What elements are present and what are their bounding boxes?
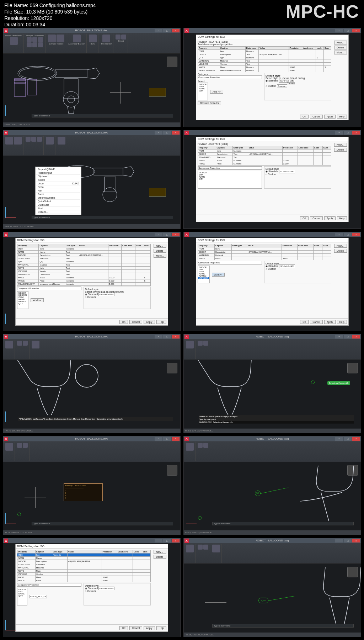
thumb-1: AROBOT_BALLOONS.dwg−□× Power Dimension M… [3, 28, 181, 127]
balloon-marker[interactable] [311, 381, 315, 384]
annotation-block: Assembly REV A - 2012───────────────1234 [64, 483, 103, 501]
svg-point-14 [75, 364, 98, 387]
apply-button[interactable]: Apply [324, 115, 336, 119]
selected-item: VENDOR [198, 277, 209, 279]
thumb-10: AROBOT_BALLOONS.dwg−□× 51 Type a command… [183, 436, 361, 535]
context-menu[interactable]: Repeat QSAVE Recent Input Clipboard Isol… [35, 167, 81, 215]
thumb-3: AROBOT_BALLOONS.dwg−□× Repeat QSAVE Rece… [3, 130, 181, 229]
minimize-button[interactable]: − [155, 29, 162, 32]
svg-rect-9 [27, 79, 37, 95]
thumb-2: A−□× BOM Settings for ISO Revision - ISO… [183, 28, 361, 127]
thumb-8: AROBOT_BALLOONS.dwg−□× Select part/assem… [183, 334, 361, 433]
ribbon: Power Dimension Multiple Dimension Surfa… [3, 33, 180, 54]
thumb-7: AROBOT_BALLOONS.dwg−□× AMBALLOON [auTo a… [3, 334, 181, 433]
thumb-4: A−□× BOM Settings for ISO Revision - ISO… [183, 130, 361, 229]
command-line[interactable]: AMBALLOON [auTo autoAll set Bom Collect … [18, 417, 173, 421]
file-size: File Size: 10,3 MB (10 809 539 bytes) [4, 9, 96, 15]
thumb-6: A−□× BOM Settings for ISO PropertyCaptio… [183, 232, 361, 331]
close-button[interactable]: × [172, 29, 180, 32]
balloon-51[interactable]: 51 [255, 491, 261, 496]
tooltip: Select part/assembly [327, 381, 350, 385]
watermark: MPC-HC [286, 1, 359, 22]
svg-point-0 [18, 66, 57, 80]
restore-button[interactable]: Restore Defaults [198, 101, 221, 105]
svg-rect-2 [55, 70, 87, 78]
thumb-12: AROBOT_BALLOONS.dwg−□× 1_Iso Type a comm… [183, 538, 361, 637]
thumb-11: A−□× BOM Settings for ISO PropertyCaptio… [3, 538, 181, 637]
cancel-button[interactable]: Cancel [310, 115, 323, 119]
view-cube[interactable] [167, 57, 177, 67]
svg-point-12 [103, 188, 117, 202]
resolution: Resolution: 1280x720 [4, 15, 96, 21]
thumb-9: AROBOT_BALLOONS.dwg−□× Assembly REV A - … [3, 436, 181, 535]
svg-rect-7 [14, 79, 26, 80]
category-select[interactable]: Component Properties [198, 75, 262, 79]
svg-point-1 [20, 68, 55, 79]
svg-rect-13 [105, 177, 116, 192]
svg-rect-8 [14, 82, 26, 83]
svg-point-4 [63, 91, 79, 107]
thumb-5: A−□× BOM Settings for ISO PropertyCaptio… [3, 232, 181, 331]
app-icon: A [4, 28, 8, 33]
svg-rect-6 [14, 79, 26, 96]
cad-drawing [9, 57, 108, 114]
file-name: File Name: 069 Configuring balloons.mp4 [4, 2, 96, 9]
properties-table[interactable]: PropertyCaptionData typeValuePrecisionLe… [198, 46, 331, 72]
more-button[interactable]: More... [334, 51, 347, 54]
ok-button[interactable]: OK [300, 115, 309, 119]
svg-point-5 [68, 96, 75, 103]
delete-button[interactable]: Delete [334, 46, 347, 49]
svg-rect-11 [94, 168, 123, 175]
svg-rect-3 [64, 79, 78, 98]
select-list[interactable]: DESCRITEMNAMEQTY [198, 83, 208, 100]
new-button[interactable]: New... [334, 41, 347, 44]
balloon-iso[interactable]: 1_Iso [258, 598, 268, 603]
add-button[interactable]: Add >> [210, 90, 223, 94]
help-button[interactable]: Help [337, 115, 347, 119]
thumbnail-grid: AROBOT_BALLOONS.dwg−□× Power Dimension M… [3, 28, 361, 637]
duration: Duration: 00:03:34 [4, 21, 96, 28]
maximize-button[interactable]: □ [163, 29, 171, 32]
